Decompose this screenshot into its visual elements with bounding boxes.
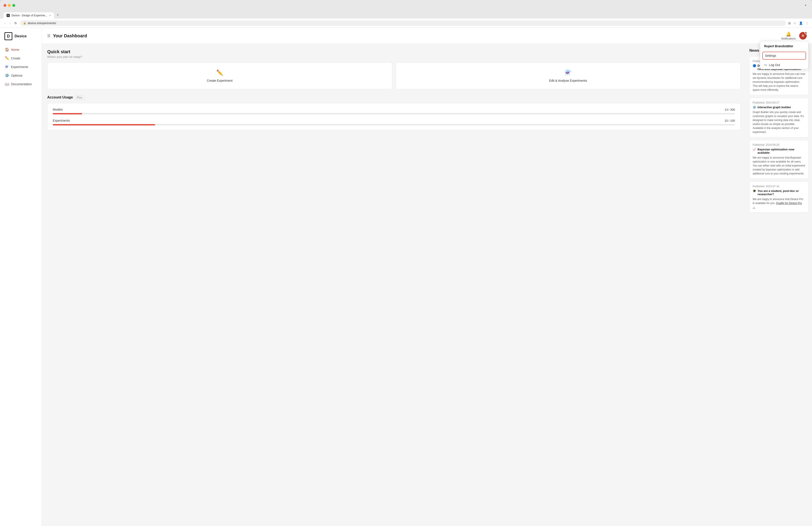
tab-dropdown-button[interactable]: ▾ — [803, 2, 809, 9]
app-header: ☰ Your Dashboard 🔔 Notifications R Ruper — [42, 28, 812, 44]
browser-titlebar: ▾ D Desice - Design of Experime... ✕ + — [0, 0, 812, 18]
flask-icon: ⚗️ — [5, 65, 9, 69]
notifications-button[interactable]: 🔔 Notifications — [781, 31, 796, 40]
news-card-3: Published: 2023-07-14 🎓 You are a studen… — [749, 182, 809, 212]
browser-window: ▾ D Desice - Design of Experime... ✕ + ‹… — [0, 0, 812, 526]
back-button[interactable]: ‹ — [3, 21, 6, 25]
user-avatar[interactable]: R — [799, 32, 807, 40]
content-area: Quick start What's your plan for today? … — [42, 44, 812, 526]
bookmark-icon[interactable]: ☆ — [794, 22, 796, 25]
logout-button[interactable]: ↪ Log Out — [760, 61, 808, 69]
usage-card: Models 13 / 300 Experiments 1 — [47, 103, 740, 130]
home-icon: 🏠 — [5, 47, 9, 52]
notifications-label: Notifications — [781, 37, 796, 40]
traffic-lights — [3, 4, 15, 7]
news-panel: News Published: 2025-02-13 🔵 Dynamic bou… — [746, 44, 812, 526]
news-emoji-3: 🎓 — [753, 189, 756, 193]
news-emoji-2: 📈 — [753, 148, 756, 151]
sidebar-label-optimize: Optimze — [11, 74, 23, 77]
qualify-link[interactable]: Qualify for Desice Pro → — [753, 202, 802, 209]
address-actions: ⊞ ☆ 👤 ⋮ — [788, 22, 809, 25]
edit-analyse-icon: ⚗️ — [565, 69, 572, 76]
tab-title: Desice - Design of Experime... — [12, 14, 47, 17]
news-headline-3: 🎓 You are a student, post-doc or researc… — [753, 189, 805, 196]
sidebar-item-create[interactable]: ✏️ Create — [2, 54, 40, 62]
news-emoji-1: ⚙️ — [753, 105, 756, 109]
news-date-1: Published: 2024-09-27 — [753, 101, 805, 104]
hamburger-icon[interactable]: ☰ — [47, 34, 50, 38]
menu-icon[interactable]: ⋮ — [806, 22, 809, 25]
news-body-2: We are happy to announce that Bayesian o… — [753, 156, 805, 175]
settings-button[interactable]: Settings — [762, 52, 806, 60]
header-right: 🔔 Notifications R — [781, 31, 807, 40]
settings-label: Settings — [765, 54, 776, 57]
address-bar[interactable]: 🔒 desice.io/experiments/ — [20, 20, 786, 26]
reload-button[interactable]: ↻ — [13, 21, 18, 25]
models-usage-row: Models 13 / 300 — [53, 108, 735, 114]
main-panel: Quick start What's your plan for today? … — [42, 44, 746, 526]
user-dropdown: Rupert Brandstätter Settings ↪ Log Out — [760, 41, 809, 69]
active-tab[interactable]: D Desice - Design of Experime... ✕ — [3, 12, 54, 18]
usage-plan-badge: Plus — [75, 95, 84, 100]
logo-icon: D — [4, 32, 12, 40]
news-body-1: Graph Builder lets you quickly create an… — [753, 110, 805, 134]
news-headline-2: 📈 Bayesian optimization now available — [753, 148, 805, 154]
sidebar-item-optimize[interactable]: ⚙️ Optimze — [2, 71, 40, 80]
experiments-count: 15 / 100 — [725, 119, 735, 122]
experiments-progress-bg — [53, 124, 735, 125]
app-container: D Desice 🏠 Home ✏️ Create ⚗️ Experiments — [0, 28, 812, 526]
browser-tabs: D Desice - Design of Experime... ✕ + — [3, 12, 809, 18]
tab-close-button[interactable]: ✕ — [49, 14, 51, 17]
close-window-button[interactable] — [3, 4, 6, 7]
bell-icon: 🔔 — [786, 31, 791, 37]
sidebar-label-create: Create — [11, 57, 20, 60]
sidebar: D Desice 🏠 Home ✏️ Create ⚗️ Experiments — [0, 28, 42, 526]
address-bar-row: ‹ › ↻ 🔒 desice.io/experiments/ ⊞ ☆ 👤 ⋮ — [0, 18, 812, 28]
sidebar-label-experiments: Experiments — [11, 65, 28, 69]
logout-icon: ↪ — [764, 63, 767, 67]
news-emoji-0: 🔵 — [753, 64, 756, 67]
news-card-1: Published: 2024-09-27 ⚙️ Interactive gra… — [749, 98, 809, 137]
lock-icon: 🔒 — [23, 22, 26, 25]
sidebar-logo: D Desice — [0, 32, 42, 45]
forward-button[interactable]: › — [9, 21, 12, 25]
sidebar-label-home: Home — [11, 48, 19, 52]
models-progress-bg — [53, 113, 735, 114]
sidebar-item-home[interactable]: 🏠 Home — [2, 45, 40, 54]
translate-icon[interactable]: ⊞ — [788, 22, 791, 25]
maximize-window-button[interactable] — [12, 4, 15, 7]
quickstart-grid: ✏️ Create Experiment ⚗️ Edit & Analyse E… — [47, 62, 740, 89]
gear-icon: ⚙️ — [5, 73, 9, 77]
models-usage-header: Models 13 / 300 — [53, 108, 735, 111]
experiments-label: Experiments — [53, 119, 70, 122]
new-tab-button[interactable]: + — [55, 12, 61, 18]
minimize-window-button[interactable] — [8, 4, 11, 7]
news-date-3: Published: 2023-07-14 — [753, 185, 805, 188]
page-title: Your Dashboard — [53, 33, 87, 39]
usage-title: Account Usage — [47, 95, 73, 99]
models-count: 13 / 300 — [725, 108, 735, 111]
create-experiment-card[interactable]: ✏️ Create Experiment — [47, 62, 392, 89]
sidebar-label-documentation: Documentation — [11, 82, 32, 86]
news-card-2: Published: 2024-09-20 📈 Bayesian optimiz… — [749, 140, 809, 179]
notification-badge — [804, 32, 807, 34]
sidebar-item-documentation[interactable]: 📖 Documentation — [2, 80, 40, 88]
edit-analyse-card[interactable]: ⚗️ Edit & Analyse Experiments — [396, 62, 740, 89]
quickstart-title: Quick start — [47, 49, 740, 54]
create-experiment-icon: ✏️ — [216, 69, 223, 76]
news-headline-1: ⚙️ Interactive graph builder — [753, 105, 805, 109]
edit-analyse-label: Edit & Analyse Experiments — [549, 79, 587, 82]
experiments-usage-header: Experiments 15 / 100 — [53, 119, 735, 122]
create-experiment-label: Create Experiment — [207, 79, 233, 82]
sidebar-nav: 🏠 Home ✏️ Create ⚗️ Experiments ⚙️ Optim… — [0, 45, 42, 88]
models-label: Models — [53, 108, 63, 111]
logout-label: Log Out — [769, 63, 780, 67]
book-icon: 📖 — [5, 82, 9, 86]
sidebar-item-experiments[interactable]: ⚗️ Experiments — [2, 63, 40, 71]
experiments-usage-row: Experiments 15 / 100 — [53, 119, 735, 125]
dropdown-username: Rupert Brandstätter — [760, 41, 808, 51]
avatar-letter: R — [802, 34, 804, 38]
account-usage-section: Account Usage Plus Models 13 / 300 — [47, 95, 740, 130]
account-icon[interactable]: 👤 — [799, 22, 803, 25]
pencil-icon: ✏️ — [5, 56, 9, 60]
